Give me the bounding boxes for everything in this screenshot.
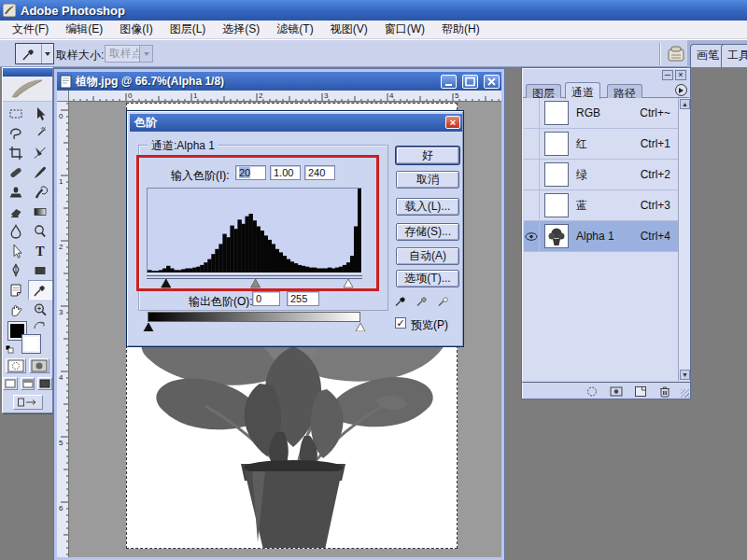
current-tool-button[interactable] bbox=[15, 43, 54, 64]
tool-dodge-icon[interactable] bbox=[28, 221, 52, 241]
white-point-eyedropper-icon[interactable] bbox=[436, 292, 453, 309]
tool-blur-icon[interactable] bbox=[4, 221, 28, 241]
close-button[interactable] bbox=[484, 75, 500, 89]
menu-item-help[interactable]: 帮助(H) bbox=[433, 20, 488, 39]
output-shadow-field[interactable]: 0 bbox=[252, 291, 280, 306]
quick-mask-mode-button[interactable] bbox=[29, 358, 49, 373]
document-titlebar[interactable]: 植物.jpg @ 66.7%(Alpha 1/8) bbox=[57, 72, 501, 91]
tool-magic-wand-icon[interactable] bbox=[28, 123, 52, 143]
toolbox-grip[interactable] bbox=[3, 68, 52, 77]
input-gamma-field[interactable]: 1.00 bbox=[270, 165, 301, 180]
dialog-close-icon[interactable]: × bbox=[445, 116, 460, 129]
histogram[interactable] bbox=[147, 188, 362, 273]
tool-preset-dropdown[interactable] bbox=[41, 44, 53, 63]
input-shadow-field[interactable]: 20 bbox=[235, 165, 266, 180]
tool-rect-marquee-icon[interactable] bbox=[4, 104, 28, 123]
panel-scrollbar[interactable]: ▲ ▼ bbox=[678, 98, 690, 381]
menu-item-select[interactable]: 选择(S) bbox=[214, 20, 268, 39]
auto-button[interactable]: 自动(A) bbox=[396, 247, 459, 265]
tool-history-brush-icon[interactable] bbox=[28, 182, 52, 202]
channel-row-红[interactable]: 红Ctrl+1 bbox=[524, 129, 678, 160]
output-sliders[interactable] bbox=[143, 323, 367, 331]
background-color-swatch[interactable] bbox=[22, 335, 40, 353]
channel-row-蓝[interactable]: 蓝Ctrl+3 bbox=[524, 190, 678, 221]
scroll-up-icon[interactable]: ▲ bbox=[680, 99, 690, 109]
menu-item-image[interactable]: 图像(I) bbox=[111, 20, 161, 39]
tool-pen-icon[interactable] bbox=[4, 260, 28, 280]
standard-screen-button[interactable] bbox=[3, 377, 18, 390]
menu-item-window[interactable]: 窗口(W) bbox=[376, 20, 433, 39]
tool-gradient-icon[interactable] bbox=[28, 202, 52, 221]
fullscreen-menubar-button[interactable] bbox=[21, 377, 35, 390]
jump-to-imageready-button[interactable] bbox=[13, 395, 43, 410]
palette-well-icon[interactable] bbox=[665, 43, 687, 65]
menu-item-file[interactable]: 文件(F) bbox=[4, 20, 57, 39]
save-selection-as-channel-icon[interactable] bbox=[608, 385, 625, 398]
sample-size-combo[interactable]: 取样点 bbox=[105, 45, 153, 63]
output-highlight-field[interactable]: 255 bbox=[287, 291, 319, 306]
panel-resize-grip[interactable] bbox=[681, 389, 689, 398]
tool-eraser-icon[interactable] bbox=[4, 202, 28, 221]
input-sliders[interactable] bbox=[142, 279, 367, 288]
tool-slice-icon[interactable] bbox=[28, 143, 52, 162]
save-button[interactable]: 存储(S)... bbox=[396, 223, 459, 241]
panel-minimize-icon[interactable]: ─ bbox=[662, 70, 673, 80]
standard-mode-button[interactable] bbox=[6, 358, 26, 373]
panel-titlebar[interactable]: ─ × bbox=[523, 69, 689, 81]
panel-close-icon[interactable]: × bbox=[675, 70, 686, 80]
ok-button[interactable]: 好 bbox=[396, 147, 459, 164]
swap-colors-icon[interactable] bbox=[33, 319, 46, 333]
menu-item-edit[interactable]: 编辑(E) bbox=[57, 20, 111, 39]
load-button[interactable]: 载入(L)... bbox=[396, 198, 459, 216]
delete-channel-icon[interactable] bbox=[656, 385, 673, 398]
levels-dialog-title: 色阶 bbox=[134, 115, 157, 131]
visibility-eye-empty[interactable] bbox=[524, 160, 540, 189]
tool-eyedropper-icon[interactable] bbox=[28, 280, 52, 300]
preview-label: 预览(P) bbox=[411, 317, 448, 333]
input-highlight-field[interactable]: 240 bbox=[304, 165, 335, 180]
default-colors-icon[interactable] bbox=[5, 343, 14, 357]
channel-row-rgb[interactable]: RGBCtrl+~ bbox=[524, 98, 678, 129]
tool-notes-icon[interactable] bbox=[4, 280, 28, 300]
maximize-button[interactable] bbox=[462, 75, 478, 89]
visibility-eye-empty[interactable] bbox=[524, 129, 540, 159]
options-button[interactable]: 选项(T)... bbox=[396, 270, 459, 287]
menu-item-layer[interactable]: 图层(L) bbox=[162, 20, 215, 39]
tool-shape-icon[interactable] bbox=[28, 260, 52, 280]
channel-row-alpha-1[interactable]: Alpha 1Ctrl+4 bbox=[524, 221, 678, 252]
channel-row-绿[interactable]: 绿Ctrl+2 bbox=[524, 160, 678, 190]
tool-clone-stamp-icon[interactable] bbox=[4, 182, 28, 202]
visibility-eye-empty[interactable] bbox=[524, 190, 540, 220]
palette-tab-tool-presets[interactable]: 工具 bbox=[721, 44, 747, 67]
tool-crop-icon[interactable] bbox=[4, 143, 28, 162]
gray-point-eyedropper-icon[interactable] bbox=[415, 292, 431, 309]
panel-menu-icon[interactable] bbox=[675, 84, 687, 96]
tool-hand-icon[interactable] bbox=[4, 300, 28, 319]
tool-move-icon[interactable] bbox=[28, 104, 52, 123]
minimize-button[interactable] bbox=[441, 75, 457, 89]
tab-channels[interactable]: 通道 bbox=[565, 82, 600, 99]
scroll-down-icon[interactable]: ▼ bbox=[680, 370, 690, 380]
combo-arrow-icon[interactable] bbox=[139, 46, 152, 62]
visibility-eye-empty[interactable] bbox=[524, 98, 540, 128]
channel-name: RGB bbox=[576, 106, 600, 119]
menu-item-filter[interactable]: 滤镜(T) bbox=[268, 20, 321, 39]
tool-lasso-icon[interactable] bbox=[4, 123, 28, 143]
tool-brush-icon[interactable] bbox=[28, 162, 52, 182]
visibility-eye-icon[interactable] bbox=[524, 221, 540, 251]
tab-paths[interactable]: 路径 bbox=[607, 84, 642, 98]
cancel-button[interactable]: 取消 bbox=[396, 171, 459, 189]
tool-healing-brush-icon[interactable] bbox=[4, 162, 28, 182]
tool-type-icon[interactable]: T bbox=[28, 241, 52, 260]
load-selection-icon[interactable] bbox=[584, 385, 600, 398]
menu-item-view[interactable]: 视图(V) bbox=[322, 20, 376, 39]
preview-checkbox[interactable]: ✓ bbox=[395, 317, 406, 329]
levels-dialog-titlebar[interactable]: 色阶 bbox=[130, 114, 462, 132]
tool-path-select-icon[interactable] bbox=[4, 241, 28, 260]
tab-layers[interactable]: 图层 bbox=[526, 84, 561, 98]
new-channel-icon[interactable] bbox=[632, 385, 649, 398]
palette-well: 画笔 工具 bbox=[687, 40, 747, 67]
fullscreen-button[interactable] bbox=[37, 377, 52, 390]
black-point-eyedropper-icon[interactable] bbox=[393, 292, 410, 309]
tool-zoom-icon[interactable] bbox=[28, 300, 52, 319]
